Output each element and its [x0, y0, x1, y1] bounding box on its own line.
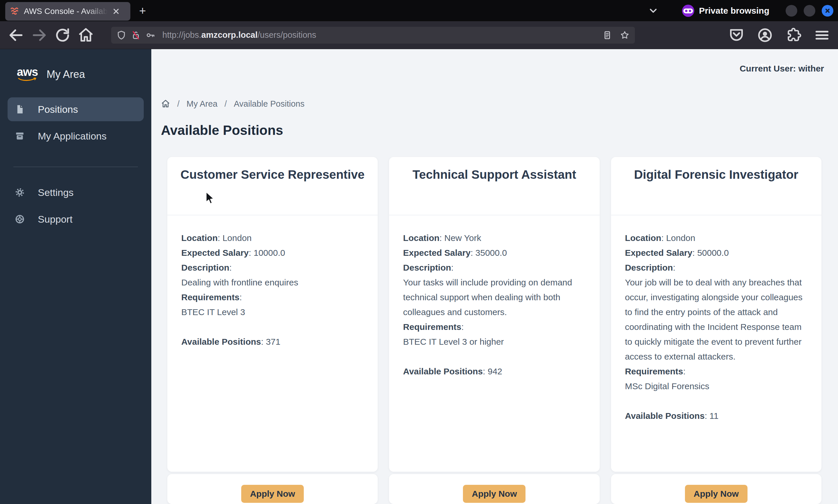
- minimize-button[interactable]: [786, 5, 797, 17]
- breadcrumb-home-icon[interactable]: [161, 99, 170, 108]
- menu-hamburger-icon[interactable]: [814, 27, 831, 43]
- positions-grid: Customer Service Representive Location: …: [167, 157, 821, 504]
- requirements-text: BTEC IT Level 3: [181, 305, 364, 320]
- available-positions-line: Available Positions: 942: [403, 364, 585, 379]
- aws-swoosh-icon: [18, 78, 37, 82]
- browser-toolbar: http://jobs.amzcorp.local/users/position…: [0, 21, 838, 49]
- tracking-shield-icon[interactable]: [116, 30, 126, 40]
- position-card: Digital Forensic Investigator Location: …: [611, 157, 821, 472]
- back-button[interactable]: [7, 27, 24, 43]
- aws-logo: aws: [17, 67, 38, 82]
- description-label-line: Description:: [181, 260, 364, 275]
- mouse-cursor: [204, 191, 217, 206]
- description-label-line: Description:: [625, 260, 807, 275]
- page-title: Available Positions: [161, 122, 821, 138]
- card-footer: Apply Now: [611, 474, 821, 504]
- apply-now-button[interactable]: Apply Now: [463, 485, 526, 503]
- main-content: Neil Portrait Current User: wither / My …: [151, 49, 838, 504]
- location-line: Location: New York: [403, 231, 585, 245]
- salary-line: Expected Salary: 35000.0: [403, 245, 585, 260]
- new-tab-button[interactable]: +: [134, 3, 151, 19]
- requirements-label-line: Requirements:: [625, 364, 807, 379]
- brand: aws My Area: [17, 65, 151, 84]
- url-text: http://jobs.amzcorp.local/users/position…: [163, 30, 595, 40]
- requirements-label-line: Requirements:: [403, 320, 585, 334]
- requirements-text: MSc Digital Forensics: [625, 379, 807, 394]
- site-favicon-icon: [10, 6, 20, 16]
- browser-tab[interactable]: AWS Console - Available P: [5, 2, 130, 21]
- description-label-line: Description:: [403, 260, 585, 275]
- apply-now-button[interactable]: Apply Now: [685, 485, 748, 503]
- document-icon: [15, 104, 25, 114]
- tab-title: AWS Console - Available P: [24, 7, 111, 16]
- card-header: Digital Forensic Investigator: [611, 157, 821, 215]
- description-text: Dealing with frontline enquires: [181, 275, 364, 290]
- reload-button[interactable]: [54, 27, 71, 43]
- sidebar-item-label: Support: [38, 214, 72, 225]
- tab-close-icon[interactable]: [111, 6, 121, 16]
- list-tabs-chevron-icon[interactable]: [648, 5, 659, 16]
- position-title: Digital Forensic Investigator: [623, 166, 810, 184]
- breadcrumb-separator: /: [224, 99, 227, 109]
- salary-line: Expected Salary: 50000.0: [625, 245, 807, 260]
- sidebar-item-support[interactable]: Support: [7, 207, 144, 231]
- position-title: Customer Service Representive: [179, 166, 366, 184]
- position-card: Customer Service Representive Location: …: [167, 157, 378, 472]
- card-header: Technical Support Assistant: [389, 157, 599, 215]
- maximize-button[interactable]: [804, 5, 815, 17]
- card-body: Location: London Expected Salary: 10000.…: [167, 215, 378, 349]
- available-positions-line: Available Positions: 371: [181, 334, 364, 349]
- description-text: Your tasks will include providing on dem…: [403, 275, 585, 320]
- breadcrumb-item-available-positions[interactable]: Available Positions: [234, 99, 305, 109]
- location-line: Location: London: [625, 231, 807, 245]
- user-status: Neil Portrait Current User: wither: [740, 64, 824, 76]
- gear-icon: [15, 187, 25, 198]
- sidebar-divider: [13, 166, 138, 167]
- sidebar-item-label: My Applications: [38, 130, 106, 142]
- position-card: Technical Support Assistant Location: Ne…: [389, 157, 599, 472]
- sidebar-item-positions[interactable]: Positions: [7, 97, 144, 121]
- sidebar-item-my-applications[interactable]: My Applications: [7, 124, 144, 148]
- account-icon[interactable]: [756, 27, 773, 43]
- sidebar-nav: Positions My Applications Settings Suppo…: [7, 97, 144, 231]
- brand-label: My Area: [47, 68, 85, 80]
- private-browsing-badge: Private browsing: [682, 5, 769, 17]
- sidebar: aws My Area Positions My Applications Se…: [0, 49, 151, 504]
- archive-box-icon: [15, 131, 25, 141]
- pocket-icon[interactable]: [728, 27, 745, 43]
- card-footer: Apply Now: [389, 474, 599, 504]
- card-header: Customer Service Representive: [167, 157, 378, 215]
- salary-line: Expected Salary: 10000.0: [181, 245, 364, 260]
- current-user-label: Current User: wither: [740, 64, 824, 73]
- private-browsing-label: Private browsing: [699, 6, 769, 16]
- apply-now-button[interactable]: Apply Now: [241, 485, 304, 503]
- description-text: Your job will be to deal with any breach…: [625, 275, 807, 364]
- breadcrumb-separator: /: [177, 99, 179, 109]
- bookmark-star-icon[interactable]: [620, 30, 630, 40]
- reader-mode-icon[interactable]: [602, 30, 612, 40]
- close-window-button[interactable]: [822, 5, 833, 17]
- lifebuoy-icon: [15, 214, 25, 224]
- insecure-lock-icon[interactable]: [131, 30, 141, 40]
- card-body: Location: New York Expected Salary: 3500…: [389, 215, 599, 379]
- requirements-text: BTEC IT Level 3 or higher: [403, 334, 585, 349]
- toolbar-right: [728, 27, 831, 43]
- card-footer: Apply Now: [167, 474, 378, 504]
- window-controls: [786, 5, 833, 17]
- location-line: Location: London: [181, 231, 364, 245]
- private-mask-icon: [682, 5, 694, 17]
- browser-tab-bar: AWS Console - Available P + Private brow…: [0, 0, 838, 21]
- card-body: Location: London Expected Salary: 50000.…: [611, 215, 821, 423]
- requirements-label-line: Requirements:: [181, 290, 364, 305]
- breadcrumb: / My Area / Available Positions: [161, 98, 821, 109]
- position-title: Technical Support Assistant: [401, 166, 588, 184]
- home-button[interactable]: [78, 27, 94, 43]
- extensions-icon[interactable]: [785, 27, 802, 43]
- available-positions-line: Available Positions: 11: [625, 408, 807, 423]
- sidebar-item-settings[interactable]: Settings: [7, 180, 144, 204]
- key-icon[interactable]: [146, 30, 155, 40]
- breadcrumb-item-my-area[interactable]: My Area: [187, 99, 217, 109]
- forward-button[interactable]: [31, 27, 48, 43]
- url-bar[interactable]: http://jobs.amzcorp.local/users/position…: [111, 27, 635, 43]
- sidebar-item-label: Settings: [38, 187, 74, 198]
